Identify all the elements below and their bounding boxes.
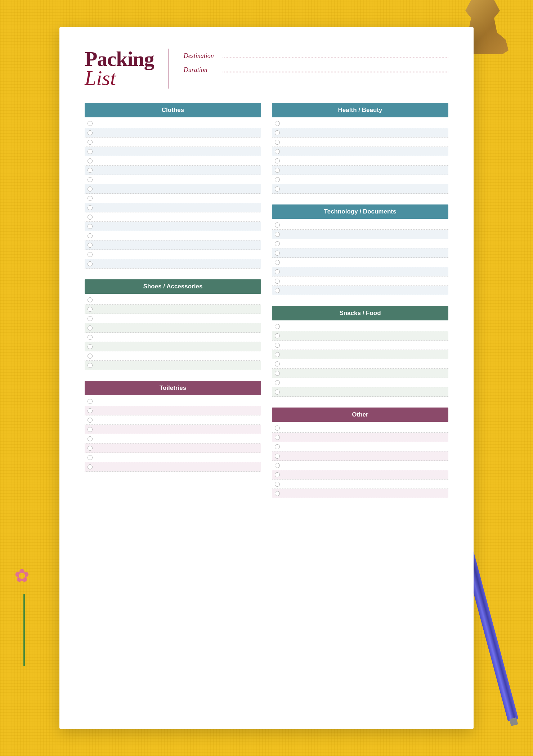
checkbox[interactable] <box>275 177 280 182</box>
checkbox[interactable] <box>88 427 93 432</box>
list-item <box>272 442 448 451</box>
technology-documents-header: Technology / Documents <box>272 204 448 219</box>
checkbox[interactable] <box>275 371 280 376</box>
checkbox[interactable] <box>88 464 93 469</box>
list-item <box>85 295 261 305</box>
list-item <box>272 239 448 248</box>
checkbox[interactable] <box>275 426 280 431</box>
toiletries-checklist <box>85 397 261 472</box>
list-item <box>272 378 448 387</box>
checkbox[interactable] <box>275 149 280 154</box>
list-item <box>85 444 261 453</box>
checkbox[interactable] <box>88 418 93 423</box>
checkbox[interactable] <box>88 335 93 340</box>
list-item <box>272 331 448 341</box>
shoes-section: Shoes / Accessories <box>85 279 261 370</box>
checkbox[interactable] <box>275 390 280 395</box>
list-item <box>85 305 261 314</box>
checkbox[interactable] <box>275 279 280 284</box>
checkbox[interactable] <box>275 454 280 459</box>
checkbox[interactable] <box>275 140 280 145</box>
checkbox[interactable] <box>88 168 93 173</box>
list-item <box>85 259 261 269</box>
list-item <box>85 138 261 147</box>
checkbox[interactable] <box>88 140 93 145</box>
checkbox[interactable] <box>88 307 93 312</box>
list-item <box>85 184 261 194</box>
other-checklist <box>272 423 448 498</box>
checkbox[interactable] <box>275 343 280 348</box>
list-item <box>272 359 448 369</box>
checkbox[interactable] <box>88 446 93 451</box>
checkbox[interactable] <box>88 149 93 154</box>
checkbox[interactable] <box>275 260 280 265</box>
checkbox[interactable] <box>275 491 280 496</box>
checkbox[interactable] <box>275 463 280 468</box>
checkbox[interactable] <box>88 436 93 441</box>
list-item <box>272 341 448 350</box>
list-item <box>85 406 261 415</box>
checkbox[interactable] <box>88 205 93 210</box>
checkbox[interactable] <box>275 472 280 477</box>
list-item <box>272 423 448 433</box>
checkbox[interactable] <box>88 243 93 248</box>
list-item <box>85 240 261 250</box>
checkbox[interactable] <box>88 186 93 192</box>
checkbox[interactable] <box>275 130 280 135</box>
checkbox[interactable] <box>88 233 93 238</box>
checkbox[interactable] <box>275 288 280 293</box>
checkbox[interactable] <box>88 316 93 321</box>
list-item <box>85 203 261 212</box>
checkbox[interactable] <box>88 363 93 368</box>
clothes-section: Clothes <box>85 103 261 269</box>
right-column: Health / Beauty Technology / Documents <box>272 103 448 502</box>
list-item <box>85 166 261 175</box>
checkbox[interactable] <box>88 261 93 266</box>
checkbox[interactable] <box>88 455 93 460</box>
checkbox[interactable] <box>88 297 93 302</box>
checkbox[interactable] <box>275 324 280 329</box>
checkbox[interactable] <box>275 186 280 192</box>
list-item <box>272 461 448 470</box>
list-item <box>272 286 448 295</box>
list-item <box>85 333 261 342</box>
list-item <box>85 314 261 323</box>
checkbox[interactable] <box>275 232 280 237</box>
checkbox[interactable] <box>275 168 280 173</box>
checkbox[interactable] <box>275 158 280 163</box>
list-item <box>85 453 261 462</box>
list-item <box>272 128 448 138</box>
checkbox[interactable] <box>275 444 280 449</box>
checkbox[interactable] <box>88 325 93 330</box>
shoes-checklist <box>85 295 261 370</box>
checkbox[interactable] <box>275 333 280 338</box>
checkbox[interactable] <box>88 177 93 182</box>
list-item <box>85 462 261 472</box>
meta-block: Destination Duration <box>169 49 448 80</box>
checkbox[interactable] <box>275 352 280 357</box>
checkbox[interactable] <box>88 196 93 201</box>
checkbox[interactable] <box>88 224 93 229</box>
checkbox[interactable] <box>88 399 93 404</box>
checkbox[interactable] <box>88 158 93 163</box>
list-item <box>272 267 448 276</box>
list-item <box>272 387 448 397</box>
checkbox[interactable] <box>88 354 93 359</box>
checkbox[interactable] <box>275 269 280 274</box>
checkbox[interactable] <box>275 251 280 256</box>
checkbox[interactable] <box>88 252 93 257</box>
checkbox[interactable] <box>275 121 280 126</box>
checkbox[interactable] <box>275 435 280 440</box>
snacks-food-checklist <box>272 322 448 397</box>
list-item <box>85 425 261 434</box>
checkbox[interactable] <box>88 130 93 135</box>
checkbox[interactable] <box>275 222 280 228</box>
checkbox[interactable] <box>88 408 93 413</box>
checkbox[interactable] <box>275 482 280 487</box>
checkbox[interactable] <box>275 241 280 246</box>
checkbox[interactable] <box>88 121 93 126</box>
checkbox[interactable] <box>88 344 93 349</box>
checkbox[interactable] <box>88 215 93 220</box>
checkbox[interactable] <box>275 380 280 385</box>
checkbox[interactable] <box>275 361 280 366</box>
